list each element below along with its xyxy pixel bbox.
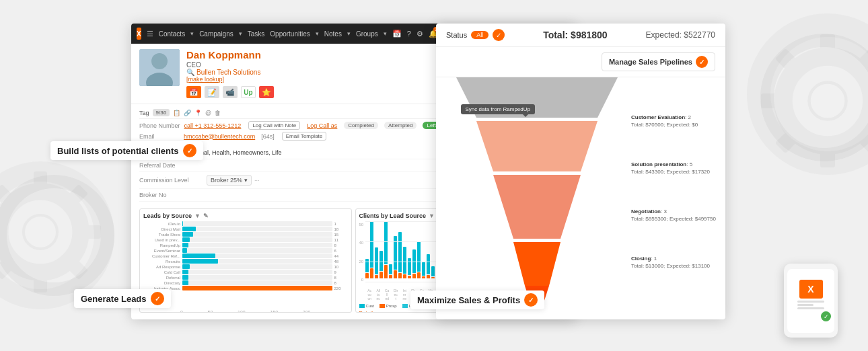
avatar-image xyxy=(139,49,180,86)
build-lists-check-icon: ✓ xyxy=(183,144,196,157)
settings-icon[interactable]: ⚙ xyxy=(417,30,423,38)
completed-chip[interactable]: Completed xyxy=(344,122,378,129)
tag-at-icon[interactable]: @ xyxy=(205,110,211,116)
svg-rect-2 xyxy=(34,171,47,192)
leads-edit-icon[interactable]: ✎ xyxy=(203,212,209,219)
email-label: Email xyxy=(139,133,180,140)
stage-customer-evaluation: Customer Evaluation: 2 Total: $70500; Ex… xyxy=(631,114,719,128)
tag-link-icon[interactable]: 🔗 xyxy=(184,110,191,116)
commission-select[interactable]: Broker 25% ▾ xyxy=(207,175,252,186)
calendar-icon[interactable]: 📅 xyxy=(392,30,402,38)
rampup-sync[interactable]: Up xyxy=(241,86,256,98)
phone-logo: X xyxy=(799,280,823,299)
svg-point-11 xyxy=(809,83,846,120)
svg-rect-13 xyxy=(820,145,835,167)
stage-solution-presentation: Solution presentation: 5 Total: $43300; … xyxy=(631,161,719,176)
referral-label: Referral Date xyxy=(139,162,207,169)
tag-location-icon[interactable]: 📍 xyxy=(194,110,202,116)
action-video[interactable]: 📹 xyxy=(223,86,238,98)
commission-label: Commission Level xyxy=(139,177,207,184)
manage-pipelines-button[interactable]: Manage Sales Pipelines ✓ xyxy=(602,52,715,71)
svg-marker-25 xyxy=(493,175,581,239)
stage-closing: Closing: 1 Total: $13000; Expected: $131… xyxy=(631,255,719,270)
svg-point-1 xyxy=(24,215,57,249)
email-template-button[interactable]: Email Template xyxy=(282,132,327,141)
leads-filter-icon[interactable]: ▼ xyxy=(194,212,201,219)
phone-line-2 xyxy=(797,304,813,306)
stage-negotiation: Negotiation: 3 Total: $855300; Expected:… xyxy=(631,208,719,223)
funnel-labels: Customer Evaluation: 2 Total: $70500; Ex… xyxy=(624,77,725,306)
generate-leads-label: Generate Leads ✓ xyxy=(74,289,171,308)
phone-label: Phone Number xyxy=(139,122,180,129)
attempted-chip[interactable]: Attempted xyxy=(384,122,417,129)
tag-copy-icon[interactable]: 📋 xyxy=(173,110,180,116)
phone-checkmark: ✓ xyxy=(821,311,831,321)
leads-chart-panel: Leads by Source ▼ ✎ iDev.io1 Direct Mail… xyxy=(139,208,352,313)
svg-rect-14 xyxy=(761,93,783,108)
nav-notes[interactable]: Notes xyxy=(324,30,342,38)
hamburger-icon[interactable]: ☰ xyxy=(147,30,153,38)
phone-screen: X ✓ xyxy=(787,269,834,333)
phone-lines xyxy=(797,301,824,309)
log-call-button[interactable]: Log Call with Note xyxy=(248,121,300,130)
tag-delete-icon[interactable]: 🗑 xyxy=(215,110,221,116)
svg-rect-3 xyxy=(34,272,47,292)
status-check-icon: ✓ xyxy=(493,29,505,41)
help-icon[interactable]: ? xyxy=(407,30,411,38)
clients-filter-icon[interactable]: ▼ xyxy=(429,212,435,219)
manage-check-icon: ✓ xyxy=(696,56,708,68)
svg-point-21 xyxy=(151,53,168,69)
broker-label: Broker No xyxy=(139,192,207,198)
funnel-total: Total: $981800 xyxy=(543,30,607,40)
nav-groups[interactable]: Groups xyxy=(356,30,378,38)
build-lists-label: Build lists of potential clients ✓ xyxy=(50,141,203,160)
funnel-expected: Expected: $522770 xyxy=(646,30,715,40)
maximize-sales-label: Maximize Sales & Profits ✓ xyxy=(410,290,544,309)
generate-leads-text: Generate Leads xyxy=(81,294,147,304)
action-calendar[interactable]: 📅 xyxy=(186,86,201,98)
nav-opportunities[interactable]: Opportunities xyxy=(270,30,310,38)
commission-dots[interactable]: ··· xyxy=(254,177,260,184)
nav-logo: X xyxy=(137,28,141,40)
phone-value[interactable]: call +1 312-555-1212 xyxy=(184,122,242,129)
svg-marker-26 xyxy=(513,242,560,286)
svg-rect-5 xyxy=(81,225,101,239)
phone-line-3 xyxy=(797,307,824,309)
build-lists-text: Build lists of potential clients xyxy=(57,146,179,156)
tag-chip: 9/36 xyxy=(153,109,170,116)
nav-contacts[interactable]: Contacts xyxy=(159,30,185,38)
funnel-header: Status All ✓ Total: $981800 Expected: $5… xyxy=(436,24,725,47)
sync-tooltip: Sync data from RampedUp xyxy=(461,104,536,114)
action-note[interactable]: 📝 xyxy=(205,86,219,98)
tag-label: Tag xyxy=(139,110,149,116)
leads-chart-title: Leads by Source ▼ ✎ xyxy=(143,212,348,219)
funnel-panel: Status All ✓ Total: $981800 Expected: $5… xyxy=(436,24,725,319)
leads-chart: iDev.io1 Direct Mail18 Trade Show15 Used… xyxy=(143,221,348,309)
svg-marker-24 xyxy=(476,121,598,171)
action-red[interactable]: ⭐ xyxy=(259,86,274,98)
nav-campaigns[interactable]: Campaigns xyxy=(199,30,233,38)
maximize-sales-check-icon: ✓ xyxy=(524,293,538,307)
funnel-status: Status All ✓ xyxy=(446,29,505,41)
log-call-link[interactable]: Log Call as xyxy=(307,122,337,129)
manage-btn-row: Manage Sales Pipelines ✓ xyxy=(436,47,725,77)
maximize-sales-text: Maximize Sales & Profits xyxy=(417,295,520,305)
status-all-button[interactable]: All xyxy=(471,31,489,39)
generate-leads-check-icon: ✓ xyxy=(151,292,164,305)
email-ext: [64s] xyxy=(261,133,275,140)
phone-line-1 xyxy=(797,301,824,303)
status-label: Status xyxy=(446,31,467,39)
phone-mockup: X ✓ xyxy=(784,264,838,338)
contact-avatar xyxy=(139,49,180,86)
nav-tasks[interactable]: Tasks xyxy=(248,30,265,38)
email-value[interactable]: hmccabe@bullentech.com xyxy=(184,133,255,140)
svg-rect-12 xyxy=(820,34,835,56)
